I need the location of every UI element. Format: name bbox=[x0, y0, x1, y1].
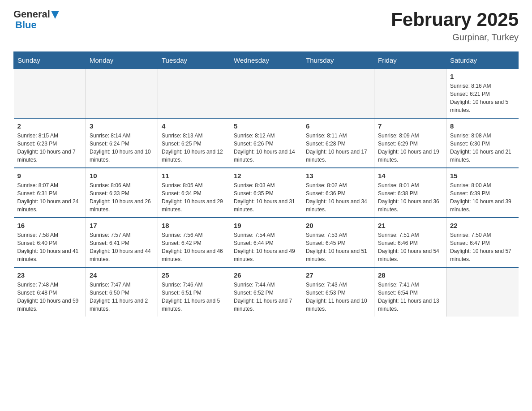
logo-general-text: General bbox=[13, 9, 50, 20]
day-number: 25 bbox=[162, 271, 226, 279]
day-info: Sunrise: 8:13 AM Sunset: 6:25 PM Dayligh… bbox=[162, 132, 226, 164]
calendar-cell: 2Sunrise: 8:15 AM Sunset: 6:23 PM Daylig… bbox=[14, 118, 86, 168]
day-number: 10 bbox=[90, 172, 154, 180]
day-info: Sunrise: 7:58 AM Sunset: 6:40 PM Dayligh… bbox=[17, 231, 82, 263]
calendar-cell: 18Sunrise: 7:56 AM Sunset: 6:42 PM Dayli… bbox=[158, 218, 230, 267]
day-info: Sunrise: 8:07 AM Sunset: 6:31 PM Dayligh… bbox=[17, 181, 82, 214]
day-info: Sunrise: 7:46 AM Sunset: 6:51 PM Dayligh… bbox=[162, 281, 226, 313]
day-info: Sunrise: 8:15 AM Sunset: 6:23 PM Dayligh… bbox=[17, 132, 82, 164]
day-info: Sunrise: 8:03 AM Sunset: 6:35 PM Dayligh… bbox=[234, 181, 298, 214]
day-info: Sunrise: 7:41 AM Sunset: 6:54 PM Dayligh… bbox=[378, 281, 442, 313]
day-number: 11 bbox=[162, 172, 226, 180]
day-number: 27 bbox=[306, 271, 370, 279]
day-info: Sunrise: 7:54 AM Sunset: 6:44 PM Dayligh… bbox=[234, 231, 298, 263]
calendar-cell: 1Sunrise: 8:16 AM Sunset: 6:21 PM Daylig… bbox=[446, 69, 519, 119]
day-info: Sunrise: 7:51 AM Sunset: 6:46 PM Dayligh… bbox=[378, 231, 442, 263]
header-cell-monday: Monday bbox=[86, 52, 158, 69]
calendar-cell: 16Sunrise: 7:58 AM Sunset: 6:40 PM Dayli… bbox=[14, 218, 86, 267]
calendar-cell bbox=[14, 69, 86, 119]
day-info: Sunrise: 7:50 AM Sunset: 6:47 PM Dayligh… bbox=[450, 231, 515, 263]
calendar-week-row: 16Sunrise: 7:58 AM Sunset: 6:40 PM Dayli… bbox=[14, 218, 519, 267]
day-number: 28 bbox=[378, 271, 442, 279]
day-number: 8 bbox=[450, 122, 515, 130]
calendar-cell: 25Sunrise: 7:46 AM Sunset: 6:51 PM Dayli… bbox=[158, 267, 230, 317]
day-number: 21 bbox=[378, 222, 442, 229]
calendar-cell: 24Sunrise: 7:47 AM Sunset: 6:50 PM Dayli… bbox=[86, 267, 158, 317]
day-info: Sunrise: 7:57 AM Sunset: 6:41 PM Dayligh… bbox=[90, 231, 154, 263]
day-number: 20 bbox=[306, 222, 370, 229]
day-number: 9 bbox=[17, 172, 82, 180]
calendar-cell: 19Sunrise: 7:54 AM Sunset: 6:44 PM Dayli… bbox=[230, 218, 302, 267]
header-cell-tuesday: Tuesday bbox=[158, 52, 230, 69]
calendar-cell: 23Sunrise: 7:48 AM Sunset: 6:48 PM Dayli… bbox=[14, 267, 86, 317]
calendar-cell: 17Sunrise: 7:57 AM Sunset: 6:41 PM Dayli… bbox=[86, 218, 158, 267]
day-info: Sunrise: 7:47 AM Sunset: 6:50 PM Dayligh… bbox=[90, 281, 154, 313]
day-info: Sunrise: 8:06 AM Sunset: 6:33 PM Dayligh… bbox=[90, 181, 154, 214]
calendar-cell: 11Sunrise: 8:05 AM Sunset: 6:34 PM Dayli… bbox=[158, 168, 230, 218]
day-number: 4 bbox=[162, 122, 226, 130]
day-number: 7 bbox=[378, 122, 442, 130]
day-number: 19 bbox=[234, 222, 298, 229]
calendar-title: February 2025 bbox=[391, 9, 519, 30]
calendar-cell bbox=[158, 69, 230, 119]
header-cell-sunday: Sunday bbox=[14, 52, 86, 69]
day-info: Sunrise: 8:09 AM Sunset: 6:29 PM Dayligh… bbox=[378, 132, 442, 164]
calendar-cell: 3Sunrise: 8:14 AM Sunset: 6:24 PM Daylig… bbox=[86, 118, 158, 168]
calendar-cell: 9Sunrise: 8:07 AM Sunset: 6:31 PM Daylig… bbox=[14, 168, 86, 218]
day-number: 17 bbox=[90, 222, 154, 229]
day-number: 24 bbox=[90, 271, 154, 279]
day-info: Sunrise: 7:48 AM Sunset: 6:48 PM Dayligh… bbox=[17, 281, 82, 313]
day-number: 26 bbox=[234, 271, 298, 279]
calendar-cell: 5Sunrise: 8:12 AM Sunset: 6:26 PM Daylig… bbox=[230, 118, 302, 168]
day-number: 14 bbox=[378, 172, 442, 180]
calendar-week-row: 1Sunrise: 8:16 AM Sunset: 6:21 PM Daylig… bbox=[14, 69, 519, 119]
calendar-cell bbox=[446, 267, 519, 317]
day-number: 18 bbox=[162, 222, 226, 229]
title-block: February 2025 Gurpinar, Turkey bbox=[391, 9, 519, 43]
day-info: Sunrise: 8:08 AM Sunset: 6:30 PM Dayligh… bbox=[450, 132, 515, 164]
calendar-cell bbox=[230, 69, 302, 119]
calendar-cell: 4Sunrise: 8:13 AM Sunset: 6:25 PM Daylig… bbox=[158, 118, 230, 168]
day-number: 16 bbox=[17, 222, 82, 229]
day-info: Sunrise: 8:14 AM Sunset: 6:24 PM Dayligh… bbox=[90, 132, 154, 164]
calendar-table: SundayMondayTuesdayWednesdayThursdayFrid… bbox=[13, 51, 519, 317]
day-info: Sunrise: 7:44 AM Sunset: 6:52 PM Dayligh… bbox=[234, 281, 298, 313]
day-info: Sunrise: 8:02 AM Sunset: 6:36 PM Dayligh… bbox=[306, 181, 370, 214]
day-number: 3 bbox=[90, 122, 154, 130]
calendar-cell: 20Sunrise: 7:53 AM Sunset: 6:45 PM Dayli… bbox=[302, 218, 374, 267]
calendar-cell: 15Sunrise: 8:00 AM Sunset: 6:39 PM Dayli… bbox=[446, 168, 519, 218]
day-number: 23 bbox=[17, 271, 82, 279]
day-number: 12 bbox=[234, 172, 298, 180]
header-cell-wednesday: Wednesday bbox=[230, 52, 302, 69]
day-info: Sunrise: 7:56 AM Sunset: 6:42 PM Dayligh… bbox=[162, 231, 226, 263]
day-info: Sunrise: 7:43 AM Sunset: 6:53 PM Dayligh… bbox=[306, 281, 370, 313]
header-cell-saturday: Saturday bbox=[446, 52, 519, 69]
svg-marker-0 bbox=[51, 11, 59, 19]
calendar-cell: 7Sunrise: 8:09 AM Sunset: 6:29 PM Daylig… bbox=[374, 118, 446, 168]
day-number: 1 bbox=[450, 73, 515, 80]
day-number: 22 bbox=[450, 222, 515, 229]
calendar-cell bbox=[302, 69, 374, 119]
day-number: 5 bbox=[234, 122, 298, 130]
calendar-cell: 21Sunrise: 7:51 AM Sunset: 6:46 PM Dayli… bbox=[374, 218, 446, 267]
calendar-week-row: 23Sunrise: 7:48 AM Sunset: 6:48 PM Dayli… bbox=[14, 267, 519, 317]
calendar-cell: 27Sunrise: 7:43 AM Sunset: 6:53 PM Dayli… bbox=[302, 267, 374, 317]
calendar-cell bbox=[86, 69, 158, 119]
day-number: 6 bbox=[306, 122, 370, 130]
calendar-cell: 13Sunrise: 8:02 AM Sunset: 6:36 PM Dayli… bbox=[302, 168, 374, 218]
calendar-header-row: SundayMondayTuesdayWednesdayThursdayFrid… bbox=[14, 52, 519, 69]
calendar-cell: 22Sunrise: 7:50 AM Sunset: 6:47 PM Dayli… bbox=[446, 218, 519, 267]
day-info: Sunrise: 8:11 AM Sunset: 6:28 PM Dayligh… bbox=[306, 132, 370, 164]
day-info: Sunrise: 8:16 AM Sunset: 6:21 PM Dayligh… bbox=[450, 82, 515, 114]
calendar-cell: 12Sunrise: 8:03 AM Sunset: 6:35 PM Dayli… bbox=[230, 168, 302, 218]
calendar-cell: 8Sunrise: 8:08 AM Sunset: 6:30 PM Daylig… bbox=[446, 118, 519, 168]
calendar-subtitle: Gurpinar, Turkey bbox=[391, 32, 519, 43]
calendar-week-row: 2Sunrise: 8:15 AM Sunset: 6:23 PM Daylig… bbox=[14, 118, 519, 168]
logo: General Blue bbox=[13, 9, 59, 30]
logo-triangle-icon bbox=[51, 11, 59, 19]
calendar-week-row: 9Sunrise: 8:07 AM Sunset: 6:31 PM Daylig… bbox=[14, 168, 519, 218]
day-info: Sunrise: 8:01 AM Sunset: 6:38 PM Dayligh… bbox=[378, 181, 442, 214]
day-info: Sunrise: 7:53 AM Sunset: 6:45 PM Dayligh… bbox=[306, 231, 370, 263]
page-header: General Blue February 2025 Gurpinar, Tur… bbox=[13, 9, 519, 43]
logo-blue-text: Blue bbox=[15, 20, 59, 30]
